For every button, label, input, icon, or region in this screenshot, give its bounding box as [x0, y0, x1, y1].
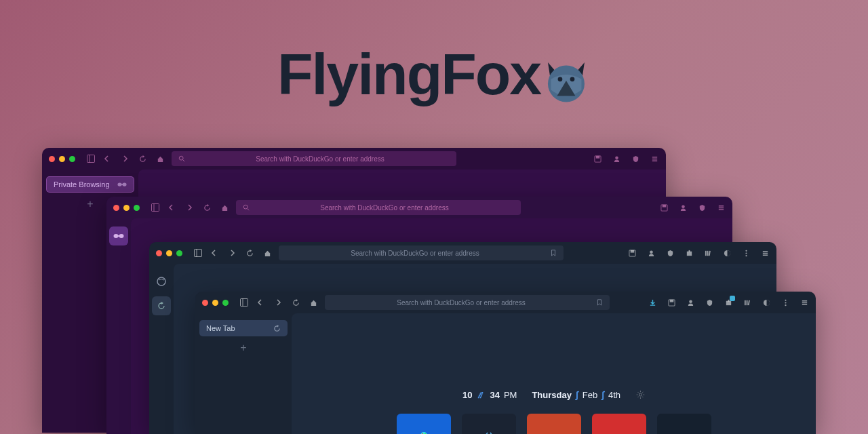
theme-icon[interactable]	[762, 298, 771, 307]
theme-icon[interactable]	[722, 248, 732, 258]
extension-icon[interactable]	[684, 248, 694, 258]
save-icon[interactable]	[659, 203, 669, 212]
nav-group	[102, 154, 165, 163]
account-icon[interactable]	[686, 298, 695, 307]
svg-point-25	[682, 205, 685, 208]
tab-label: New Tab	[206, 324, 235, 332]
svg-point-49	[157, 277, 165, 285]
bookmark-icon[interactable]	[550, 250, 557, 256]
overflow-icon[interactable]	[781, 298, 790, 307]
reload-icon[interactable]	[291, 298, 300, 307]
svg-point-61	[785, 299, 786, 300]
overflow-icon[interactable]	[741, 248, 751, 258]
shield-icon[interactable]	[705, 298, 714, 307]
forward-icon[interactable]	[120, 154, 130, 163]
fox-icon	[542, 56, 591, 105]
urlbar[interactable]: Search with DuckDuckGo or enter address	[325, 295, 610, 310]
svg-point-8	[179, 156, 183, 160]
clock-sep-icon: ∫	[576, 389, 578, 400]
new-tab-button[interactable]: +	[199, 342, 288, 354]
clock-sep-icon: ⫽	[476, 389, 486, 400]
back-icon[interactable]	[102, 154, 112, 163]
sidebar-toggle-icon[interactable]	[151, 203, 160, 212]
reload-icon[interactable]	[245, 248, 254, 258]
sidebar-toggle-icon[interactable]	[86, 154, 96, 163]
tile-devdocs[interactable]: Devdocs	[462, 414, 516, 434]
svg-rect-59	[747, 300, 749, 305]
traffic-lights[interactable]	[202, 300, 229, 306]
menu-icon[interactable]	[760, 248, 770, 258]
svg-rect-40	[707, 250, 708, 255]
svg-rect-32	[195, 250, 202, 257]
sidebar	[149, 264, 174, 434]
notification-badge	[730, 296, 735, 301]
tab-private-browsing[interactable]: Private Browsing	[46, 176, 134, 193]
library-icon[interactable]	[743, 298, 752, 307]
sidebar-toggle-icon[interactable]	[193, 248, 203, 258]
sidebar-tab-icon[interactable]	[109, 226, 128, 245]
account-icon[interactable]	[678, 203, 688, 212]
toolbar-right	[659, 203, 726, 212]
traffic-lights[interactable]	[156, 250, 182, 256]
urlbar-placeholder: Search with DuckDuckGo or enter address	[191, 155, 450, 163]
tab-new-tab[interactable]: New Tab	[199, 320, 288, 336]
forward-icon[interactable]	[273, 298, 283, 307]
logo: FlyingFox	[277, 41, 591, 108]
home-icon[interactable]	[155, 154, 165, 163]
forward-icon[interactable]	[184, 203, 194, 212]
home-icon[interactable]	[220, 203, 229, 212]
back-icon[interactable]	[256, 298, 265, 307]
reload-icon	[273, 325, 281, 332]
toolbar-right	[627, 248, 770, 258]
download-icon[interactable]	[648, 298, 657, 307]
forward-icon[interactable]	[227, 248, 237, 258]
sidebar-tab-icon[interactable]	[152, 296, 171, 315]
svg-line-9	[183, 160, 185, 162]
tile-5[interactable]	[657, 414, 711, 434]
account-icon[interactable]	[646, 248, 656, 258]
library-icon[interactable]	[703, 248, 713, 258]
save-icon[interactable]	[667, 298, 676, 307]
urlbar-placeholder: Search with DuckDuckGo or enter address	[332, 299, 591, 307]
clock-ampm: PM	[504, 390, 517, 400]
svg-rect-58	[746, 300, 747, 304]
reload-icon[interactable]	[202, 203, 212, 212]
urlbar[interactable]: Search with DuckDuckGo or enter address	[236, 200, 521, 215]
account-icon[interactable]	[612, 154, 621, 163]
tile-3[interactable]	[527, 414, 581, 434]
back-icon[interactable]	[210, 248, 219, 258]
sidebar-firefox-icon[interactable]	[152, 272, 171, 291]
urlbar[interactable]: Search with DuckDuckGo or enter address	[172, 151, 456, 166]
urlbar-placeholder: Search with DuckDuckGo or enter address	[255, 204, 514, 212]
home-icon[interactable]	[309, 298, 318, 307]
save-icon[interactable]	[593, 154, 602, 163]
traffic-lights[interactable]	[49, 156, 75, 162]
bookmark-icon[interactable]	[596, 299, 603, 306]
menu-icon[interactable]	[716, 203, 726, 212]
svg-point-44	[745, 252, 747, 254]
extension-icon[interactable]	[724, 298, 733, 307]
gear-icon[interactable]	[635, 390, 645, 399]
toolbar: Search with DuckDuckGo or enter address	[106, 197, 732, 218]
reload-icon[interactable]	[138, 154, 147, 163]
traffic-lights[interactable]	[113, 205, 140, 211]
tile-youtube[interactable]: Youtube	[592, 414, 646, 434]
save-icon[interactable]	[627, 248, 637, 258]
menu-icon[interactable]	[800, 298, 809, 307]
shield-icon[interactable]	[631, 154, 640, 163]
toolbar: Search with DuckDuckGo or enter address	[195, 292, 816, 313]
nav-group	[256, 298, 318, 307]
menu-icon[interactable]	[650, 154, 659, 163]
urlbar[interactable]: Search with DuckDuckGo or enter address	[279, 245, 564, 260]
svg-point-45	[745, 255, 747, 256]
shield-icon[interactable]	[697, 203, 707, 212]
home-icon[interactable]	[262, 248, 272, 258]
back-icon[interactable]	[167, 203, 176, 212]
clock-widget: 10 ⫽ 34 PM Thursday ∫ Feb ∫ 4th	[462, 389, 645, 400]
code-icon	[484, 431, 494, 434]
svg-point-36	[650, 250, 653, 254]
speed-dial-tiles: Coolors Devdocs Youtube	[397, 414, 711, 434]
shield-icon[interactable]	[665, 248, 675, 258]
sidebar-toggle-icon[interactable]	[239, 298, 249, 307]
tile-coolors[interactable]: Coolors	[397, 414, 451, 434]
